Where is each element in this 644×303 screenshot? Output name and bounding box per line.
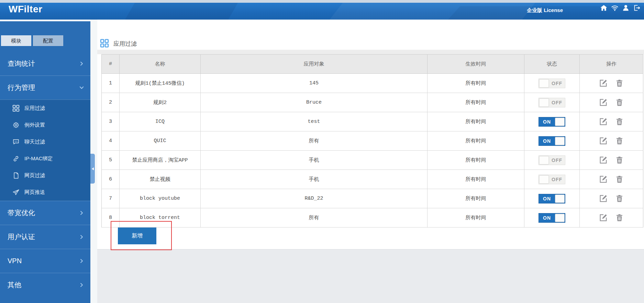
table-row: 2规则2Bruce所有时间OFF	[102, 93, 643, 112]
home-icon[interactable]	[600, 4, 608, 12]
edit-button[interactable]	[599, 79, 608, 88]
row-number-cell: 8	[102, 208, 120, 228]
chevron-right-icon	[79, 61, 84, 66]
status-toggle[interactable]: OFF	[538, 155, 565, 165]
sidebar-item-others[interactable]: 其他	[0, 273, 90, 297]
window-top-strip	[0, 0, 644, 3]
target-cell: R&D_22	[201, 189, 428, 208]
row-number-cell: 2	[102, 93, 120, 112]
chat-icon	[12, 138, 20, 145]
sidebar-subitem-label: 网页过滤	[24, 172, 45, 179]
row-number-cell: 4	[102, 131, 120, 151]
sidebar-item-app-filter[interactable]: 应用过滤	[0, 100, 90, 117]
time-cell: 所有时间	[428, 170, 524, 189]
trash-icon	[615, 79, 624, 88]
actions-cell	[580, 208, 643, 228]
status-cell: ON	[524, 208, 580, 228]
table-header-row: #名称应用对象生效时间状态操作	[102, 55, 643, 74]
status-toggle[interactable]: OFF	[538, 79, 565, 88]
tab-modules[interactable]: 模块	[1, 35, 31, 46]
sidebar-item-vpn[interactable]: VPN	[0, 249, 90, 273]
edit-button[interactable]	[599, 156, 608, 164]
sidebar-collapse-handle[interactable]	[90, 154, 95, 184]
status-toggle[interactable]: OFF	[538, 98, 565, 107]
delete-button[interactable]	[615, 194, 624, 203]
rule-name-cell: 禁止应用商店，淘宝APP	[120, 151, 201, 170]
chevron-right-icon	[79, 234, 84, 240]
grid-icon	[12, 105, 20, 112]
edit-button[interactable]	[599, 117, 608, 126]
row-number-cell: 3	[102, 112, 120, 131]
actions-cell	[580, 131, 643, 151]
edit-button[interactable]	[599, 194, 608, 203]
chevron-right-icon	[79, 258, 84, 264]
status-toggle[interactable]: OFF	[538, 175, 565, 184]
toggle-label: OFF	[549, 158, 565, 163]
target-cell: test	[201, 112, 428, 131]
rule-name-cell: block youtube	[120, 189, 201, 208]
status-toggle[interactable]: ON	[538, 194, 565, 203]
rule-name-cell: 规则1(禁止145微信)	[120, 74, 201, 93]
sidebar-item-user-auth[interactable]: 用户认证	[0, 225, 90, 249]
delete-button[interactable]	[615, 98, 624, 107]
status-cell: ON	[524, 189, 580, 208]
delete-button[interactable]	[615, 175, 624, 184]
delete-button[interactable]	[615, 213, 624, 222]
rules-table: #名称应用对象生效时间状态操作 1规则1(禁止145微信)145所有时间OFF2…	[101, 54, 643, 228]
time-cell: 所有时间	[428, 74, 524, 93]
table-row: 1规则1(禁止145微信)145所有时间OFF	[102, 74, 643, 93]
sidebar-subitem-label: 聊天过滤	[24, 139, 45, 145]
tab-config[interactable]: 配置	[33, 35, 63, 46]
edit-icon	[599, 213, 608, 222]
toggle-label: OFF	[549, 81, 565, 86]
toggle-knob	[539, 79, 549, 88]
topbar-icon-group	[600, 4, 641, 12]
toggle-knob	[539, 156, 549, 164]
sidebar-item-bandwidth-opt[interactable]: 带宽优化	[0, 201, 90, 225]
sidebar-item-web-push[interactable]: 网页推送	[0, 184, 90, 201]
status-toggle[interactable]: ON	[538, 213, 565, 223]
time-cell: 所有时间	[428, 189, 524, 208]
edit-icon	[599, 79, 608, 88]
table-row: 5禁止应用商店，淘宝APP手机所有时间OFF	[102, 151, 643, 170]
row-number-cell: 6	[102, 170, 120, 189]
sidebar-item-web-filter[interactable]: 网页过滤	[0, 167, 90, 184]
edit-button[interactable]	[599, 98, 608, 107]
user-icon[interactable]	[622, 4, 630, 12]
add-button[interactable]: 新增	[118, 228, 156, 244]
status-toggle[interactable]: ON	[538, 136, 565, 146]
topbar-texture	[316, 3, 546, 20]
sidebar-item-behavior-mgmt[interactable]: 行为管理	[0, 75, 90, 100]
rule-name-cell: 禁止视频	[120, 170, 201, 189]
trash-icon	[615, 137, 624, 145]
column-header: 名称	[120, 55, 201, 74]
edit-icon	[599, 194, 608, 203]
license-label: 企业版 License	[527, 7, 563, 14]
status-toggle[interactable]: ON	[538, 117, 565, 127]
status-cell: ON	[524, 131, 580, 151]
trash-icon	[615, 194, 624, 203]
logout-icon[interactable]	[633, 4, 641, 12]
sidebar-submenu: 应用过滤例外设置聊天过滤IP-MAC绑定网页过滤网页推送	[0, 100, 90, 201]
trash-icon	[615, 156, 624, 164]
grid-icon	[100, 39, 109, 48]
target-cell: 145	[201, 74, 428, 93]
sidebar: 模块 配置 查询统计行为管理应用过滤例外设置聊天过滤IP-MAC绑定网页过滤网页…	[0, 21, 90, 303]
wifi-icon[interactable]	[611, 4, 619, 12]
edit-button[interactable]	[599, 213, 608, 222]
sidebar-item-ip-mac-binding[interactable]: IP-MAC绑定	[0, 150, 90, 167]
delete-button[interactable]	[615, 156, 624, 164]
edit-icon	[599, 156, 608, 164]
edit-button[interactable]	[599, 175, 608, 184]
delete-button[interactable]	[615, 117, 624, 126]
edit-button[interactable]	[599, 137, 608, 145]
sidebar-item-chat-filter[interactable]: 聊天过滤	[0, 133, 90, 150]
delete-button[interactable]	[615, 79, 624, 88]
sidebar-item-exception-settings[interactable]: 例外设置	[0, 117, 90, 133]
delete-button[interactable]	[615, 137, 624, 145]
sidebar-menu: 查询统计行为管理应用过滤例外设置聊天过滤IP-MAC绑定网页过滤网页推送带宽优化…	[0, 51, 90, 297]
table-row: 7block youtubeR&D_22所有时间ON	[102, 189, 643, 208]
status-cell: OFF	[524, 93, 580, 112]
sidebar-item-query-stats[interactable]: 查询统计	[0, 51, 90, 75]
time-cell: 所有时间	[428, 208, 524, 228]
